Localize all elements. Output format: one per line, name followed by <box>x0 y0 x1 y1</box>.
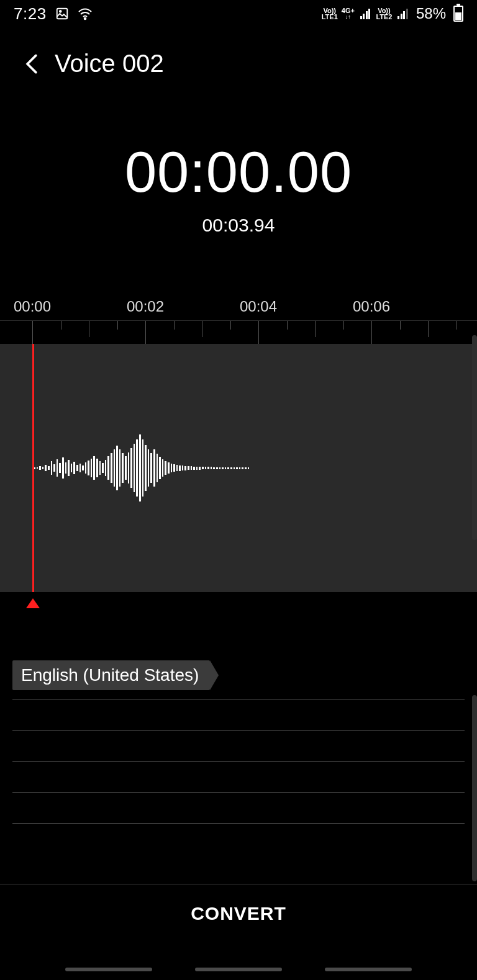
convert-button[interactable]: CONVERT <box>0 884 477 943</box>
volte2-icon: Vo))LTE2 <box>376 7 392 20</box>
page-title: Voice 002 <box>55 50 164 78</box>
transcript-line <box>12 699 465 730</box>
playhead-handle-icon[interactable] <box>26 598 40 608</box>
language-chip[interactable]: English (United States) <box>12 660 210 690</box>
signal-1-icon <box>360 8 371 19</box>
transcript-line <box>12 823 465 854</box>
time-label: 00:02 <box>127 298 240 315</box>
transcript-line <box>12 730 465 761</box>
timeline-ruler <box>0 320 477 344</box>
nav-home-icon[interactable] <box>195 968 282 971</box>
wifi-icon <box>78 7 93 20</box>
transcript-lines <box>12 699 465 854</box>
back-icon[interactable] <box>25 53 39 74</box>
picture-icon <box>55 7 69 20</box>
waveform <box>34 434 249 501</box>
nav-back-icon[interactable] <box>325 968 412 971</box>
transcript-area: English (United States) <box>0 601 477 854</box>
svg-rect-0 <box>57 9 67 19</box>
battery-icon <box>453 6 463 22</box>
playhead[interactable] <box>32 344 34 592</box>
app-header: Voice 002 <box>0 27 477 84</box>
volte1-icon: Vo))LTE1 <box>322 7 338 20</box>
nav-bar <box>0 968 477 971</box>
clock: 7:23 <box>14 4 47 24</box>
nav-recents-icon[interactable] <box>65 968 152 971</box>
timeline-labels: 00:00 00:02 00:04 00:06 <box>0 298 477 320</box>
time-label: 00:04 <box>240 298 353 315</box>
scroll-indicator <box>472 335 477 540</box>
signal-2-icon <box>398 8 408 19</box>
waveform-area[interactable] <box>0 344 477 592</box>
battery-percent: 58% <box>416 5 446 22</box>
transcript-line <box>12 792 465 823</box>
svg-point-2 <box>84 18 86 20</box>
transcript-line <box>12 761 465 792</box>
timer-total: 00:03.94 <box>0 215 477 236</box>
timer-block: 00:00.00 00:03.94 <box>0 140 477 236</box>
time-label: 00:00 <box>0 298 127 315</box>
time-label: 00:06 <box>353 298 466 315</box>
status-bar: 7:23 Vo))LTE1 4G+↓↑ Vo))LTE2 <box>0 0 477 27</box>
scroll-indicator <box>472 695 477 881</box>
timer-current: 00:00.00 <box>0 140 477 205</box>
svg-point-1 <box>59 11 61 12</box>
network-type: 4G+↓↑ <box>342 7 355 20</box>
